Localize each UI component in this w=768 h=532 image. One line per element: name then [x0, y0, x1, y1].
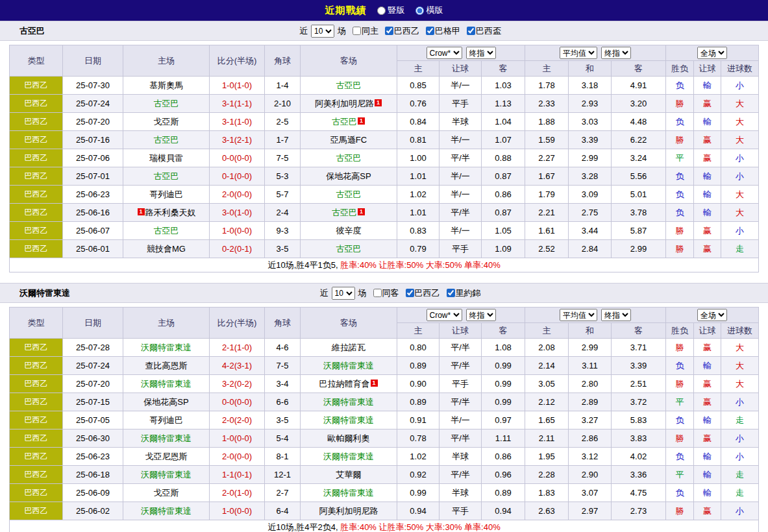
odds-source-select[interactable]: 终指	[466, 47, 496, 59]
odds-source-select[interactable]: 平均值	[560, 309, 597, 321]
layout-vertical-option[interactable]: 豎版	[377, 5, 405, 16]
score-cell[interactable]: 2-0(1-0)	[210, 484, 265, 502]
team-link[interactable]: 亞馬遜FC	[330, 135, 367, 145]
league-filter[interactable]: 里約錦	[442, 287, 481, 299]
team-link[interactable]: 維拉諾瓦	[332, 343, 365, 352]
same-venue-checkbox[interactable]	[373, 289, 382, 297]
team-link[interactable]: 戈亞斯	[154, 488, 179, 498]
score-cell[interactable]: 1-0(0-0)	[210, 502, 265, 520]
odds-source-select[interactable]: 终指	[601, 47, 631, 59]
odds-source-select[interactable]: Crow*	[427, 309, 462, 321]
league-cell[interactable]: 巴西乙	[10, 186, 63, 204]
league-filter[interactable]: 巴格甲	[421, 25, 460, 37]
team-link[interactable]: 古亞巴	[332, 208, 357, 217]
score-cell[interactable]: 0-0(0-0)	[210, 149, 265, 167]
league-cell[interactable]: 巴西乙	[10, 149, 63, 167]
league-cell[interactable]: 巴西乙	[10, 502, 63, 520]
team-link[interactable]: 沃爾特雷東達	[323, 361, 374, 370]
team-link[interactable]: 競技會MG	[147, 244, 186, 254]
odds-source-select[interactable]: 终指	[466, 309, 496, 321]
league-cell[interactable]: 巴西乙	[10, 131, 63, 149]
score-cell[interactable]: 0-2(0-1)	[210, 240, 265, 258]
league-checkbox[interactable]	[385, 27, 393, 35]
league-filter[interactable]: 巴西乙	[401, 287, 440, 299]
team-link[interactable]: 古亞巴	[154, 226, 179, 236]
same-venue-filter[interactable]: 同客	[369, 287, 399, 299]
score-cell[interactable]: 1-1(0-1)	[210, 466, 265, 484]
score-cell[interactable]: 2-0(2-0)	[210, 411, 265, 429]
team-link[interactable]: 沃爾特雷東達	[141, 343, 192, 352]
team-link[interactable]: 哥列迪巴	[149, 189, 183, 199]
league-cell[interactable]: 巴西乙	[10, 375, 63, 393]
score-cell[interactable]: 0-1(0-0)	[210, 167, 265, 186]
score-cell[interactable]: 2-0(0-0)	[210, 448, 265, 466]
score-cell[interactable]: 0-0(0-0)	[210, 393, 265, 411]
team-link[interactable]: 查比高恩斯	[145, 361, 188, 370]
team-link[interactable]: 古亞巴	[154, 171, 179, 181]
team-link[interactable]: 哥列迪巴	[149, 415, 183, 425]
team-link[interactable]: 古亞巴	[336, 80, 362, 90]
odds-source-select[interactable]: Crow*	[427, 47, 462, 59]
layout-vertical-radio[interactable]	[377, 6, 386, 15]
team-link[interactable]: 阿美利加明尼路	[319, 506, 378, 516]
team-link[interactable]: 歐帕爾利奧	[328, 433, 370, 443]
team-link[interactable]: 沃爾特雷東達	[141, 506, 192, 516]
league-cell[interactable]: 巴西乙	[10, 95, 63, 113]
league-cell[interactable]: 巴西乙	[10, 77, 63, 95]
team-link[interactable]: 彼辛度	[336, 226, 362, 236]
team-link[interactable]: 古亞巴	[154, 135, 179, 145]
score-cell[interactable]: 3-0(1-0)	[210, 204, 265, 222]
league-cell[interactable]: 巴西乙	[10, 466, 63, 484]
team-link[interactable]: 戈亞尼恩斯	[145, 452, 188, 461]
team-link[interactable]: 沃爾特雷東達	[323, 488, 374, 498]
team-link[interactable]: 沃爾特雷東達	[141, 379, 192, 389]
team-link[interactable]: 沃爾特雷東達	[323, 452, 374, 461]
team-link[interactable]: 古亞巴	[332, 117, 357, 127]
league-checkbox[interactable]	[426, 27, 434, 35]
team-link[interactable]: 艾華爾	[336, 470, 362, 479]
league-filter[interactable]: 巴西乙	[380, 25, 419, 37]
league-cell[interactable]: 巴西乙	[10, 448, 63, 466]
score-cell[interactable]: 1-0(0-0)	[210, 429, 265, 448]
team-link[interactable]: 瑞模貝雷	[149, 153, 183, 163]
team-link[interactable]: 古亞巴	[154, 99, 179, 108]
league-cell[interactable]: 巴西乙	[10, 393, 63, 411]
score-cell[interactable]: 1-0(0-0)	[210, 222, 265, 240]
same-venue-filter[interactable]: 同主	[348, 25, 378, 37]
league-cell[interactable]: 巴西乙	[10, 167, 63, 186]
team-link[interactable]: 古亞巴	[336, 153, 362, 163]
same-venue-checkbox[interactable]	[353, 27, 361, 35]
team-link[interactable]: 戈亞斯	[154, 117, 179, 127]
team-link[interactable]: 沃爾特雷東達	[323, 397, 374, 407]
team-link[interactable]: 路禾利桑天奴	[145, 208, 196, 217]
team-link[interactable]: 沃爾特雷東達	[141, 433, 192, 443]
league-cell[interactable]: 巴西乙	[10, 339, 63, 357]
team-link[interactable]: 保地花高SP	[326, 171, 371, 181]
team-link[interactable]: 沃爾特雷東達	[323, 415, 374, 425]
league-cell[interactable]: 巴西乙	[10, 411, 63, 429]
team-link[interactable]: 阿美利加明尼路	[315, 99, 374, 108]
score-cell[interactable]: 3-1(1-1)	[210, 95, 265, 113]
team-link[interactable]: 古亞巴	[336, 189, 362, 199]
odds-source-select[interactable]: 全场	[697, 47, 727, 59]
score-cell[interactable]: 1-0(1-0)	[210, 77, 265, 95]
score-cell[interactable]: 4-2(3-1)	[210, 357, 265, 375]
recent-count-select[interactable]: 10	[311, 25, 334, 38]
layout-horizontal-option[interactable]: 橫版	[415, 5, 443, 16]
score-cell[interactable]: 2-1(1-0)	[210, 339, 265, 357]
league-cell[interactable]: 巴西乙	[10, 240, 63, 258]
team-link[interactable]: 巴拉納體育會	[319, 379, 370, 389]
league-cell[interactable]: 巴西乙	[10, 357, 63, 375]
team-link[interactable]: 沃爾特雷東達	[141, 470, 192, 479]
league-cell[interactable]: 巴西乙	[10, 222, 63, 240]
league-cell[interactable]: 巴西乙	[10, 429, 63, 448]
score-cell[interactable]: 2-0(0-0)	[210, 186, 265, 204]
league-checkbox[interactable]	[406, 289, 414, 297]
score-cell[interactable]: 3-2(0-2)	[210, 375, 265, 393]
league-cell[interactable]: 巴西乙	[10, 204, 63, 222]
league-checkbox[interactable]	[447, 289, 455, 297]
score-cell[interactable]: 3-1(1-0)	[210, 113, 265, 131]
league-checkbox[interactable]	[467, 27, 475, 35]
team-link[interactable]: 古亞巴	[336, 244, 362, 254]
odds-source-select[interactable]: 平均值	[560, 47, 597, 59]
